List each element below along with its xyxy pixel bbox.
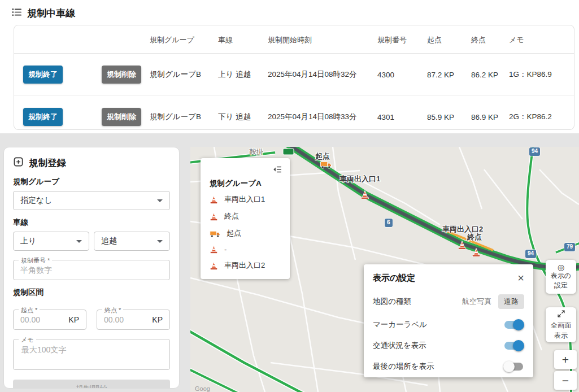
display-settings-icon: ◎ [558,263,564,271]
lane-type-select[interactable]: 追越 [94,232,170,251]
display-settings-button-label: 表示の [551,272,571,281]
table-header-row: 規制グループ 車線 規制開始時刻 規制番号 起点 終点 メモ [14,25,574,54]
list-icon [11,7,22,20]
traffic-toggle[interactable] [504,342,523,350]
truck-marker-icon[interactable] [320,160,332,171]
open-display-settings-button[interactable]: ◎ 表示の 設定 [546,260,576,294]
chevron-down-icon [157,240,163,243]
legend-item[interactable]: 起点 [210,228,281,238]
memo-input[interactable] [20,344,163,367]
settings-title: 表示の設定 [373,273,415,284]
add-box-icon [13,156,24,169]
delete-regulation-button[interactable]: 規制削除 [102,108,141,126]
table-row: 規制終了 規制削除 規制グループB 上り 追越 2025年04月14日08時32… [14,54,574,96]
from-kp-unit: KP [68,315,79,324]
header-lane: 車線 [214,25,263,53]
group-legend-panel: 規制グループA 車両出入口1 終点 起点 - [201,158,290,279]
cone-icon [210,262,218,270]
chevron-down-icon [157,199,163,202]
from-kp-label: 起点 * [19,306,40,315]
last-location-toggle[interactable] [504,363,523,371]
regulations-table: 規制グループ 車線 規制開始時刻 規制番号 起点 終点 メモ 規制終了 規制削除… [14,25,574,130]
page-title-row: 規制中車線 [0,0,579,20]
cone-icon [210,245,218,254]
cone-marker-icon[interactable] [472,248,481,259]
map-type-option-road[interactable]: 道路 [498,294,524,309]
regulation-number-field-wrap: 規制番号 * [13,260,170,280]
legend-title: 規制グループA [201,175,290,190]
end-regulation-button[interactable]: 規制終了 [23,66,63,84]
cell-from: 85.9 KP [423,101,467,130]
lane-type-value: 追越 [101,236,117,246]
header-from: 起点 [423,25,467,53]
cell-number: 4301 [373,101,423,130]
cell-group: 規制グループB [145,58,214,92]
cell-group: 規制グループB [145,100,214,130]
zoom-out-button[interactable]: − [554,371,577,390]
lane-field-label: 車線 [13,217,170,228]
bottom-section: 規制登録 規制グループ 指定なし 車線 上り 追越 規制番号 * 規制区間 起点 [0,133,579,392]
regulation-number-label: 規制番号 * [19,256,52,265]
legend-item[interactable]: 終点 [210,211,281,221]
header-empty-2 [88,31,145,48]
header-start-time: 規制開始時刻 [263,25,373,53]
legend-item-label: - [224,245,227,254]
end-point-label: 終点 [467,232,482,242]
marker-label-toggle[interactable] [504,321,523,329]
legend-item-label: 終点 [224,211,239,221]
header-group: 規制グループ [145,25,214,53]
collapse-panel-button[interactable] [201,163,290,175]
fullscreen-button[interactable]: 全画面 表示 [546,307,576,342]
from-kp-field-wrap: 起点 * KP [13,310,86,330]
cone-icon [210,212,218,221]
active-regulations-section: 規制中車線 規制グループ 車線 規制開始時刻 規制番号 起点 終点 メモ 規制終… [0,0,579,133]
to-kp-input[interactable] [104,315,149,324]
to-kp-field-wrap: 終点 * KP [97,310,170,330]
legend-item-label: 車両出入口1 [224,194,265,204]
header-to: 終点 [467,25,504,53]
to-kp-label: 終点 * [102,306,123,315]
town-label: 鞍掛 [249,147,263,157]
delete-regulation-button[interactable]: 規制削除 [102,66,141,84]
last-location-toggle-label: 最後の場所を表示 [373,361,434,372]
cone-icon [210,195,218,204]
cell-lane: 上り 追越 [214,58,263,92]
group-select[interactable]: 指定なし [13,191,170,210]
legend-item-label: 起点 [227,228,241,238]
memo-label: メモ [19,336,36,344]
map-type-option-aerial[interactable]: 航空写真 [459,294,495,309]
cell-memo: 1G：KP86.9 [504,58,574,92]
zoom-in-button[interactable]: + [554,350,577,369]
regulation-number-input[interactable] [20,265,163,275]
cell-to: 86.9 KP [467,101,504,130]
cell-lane: 下り 追越 [214,100,263,130]
end-regulation-button[interactable]: 規制終了 [23,108,63,126]
route-shield: 94 [529,147,540,156]
lane-direction-select[interactable]: 上り [13,232,89,251]
start-regulation-button[interactable]: 規制開始 [13,380,170,389]
map-canvas[interactable]: 94 6 79 94 鞍掛 起点 車両出入口1 車両出入口2 終点 規制グループ… [190,147,579,392]
to-kp-unit: KP [152,315,163,324]
legend-item-label: 車両出入口2 [224,260,265,271]
entrance1-label: 車両出入口1 [339,174,380,184]
cell-from: 87.2 KP [423,59,467,91]
route-shield: 6 [385,219,393,227]
legend-item[interactable]: 車両出入口1 [210,194,281,204]
display-settings-button-label: 設定 [554,281,568,290]
route-shield: 94 [525,250,536,258]
close-icon[interactable]: × [517,272,524,284]
legend-item[interactable]: 車両出入口2 [210,260,281,271]
page-title: 規制中車線 [27,7,75,20]
cell-memo: 2G：KP86.2 [504,100,574,130]
fullscreen-icon [557,310,565,321]
header-empty-1 [14,31,88,48]
cell-number: 4300 [373,59,423,91]
cone-marker-icon[interactable] [360,190,369,202]
legend-item[interactable]: - [210,245,281,254]
truck-icon [210,229,220,238]
route-shield: 79 [564,243,575,251]
cone-marker-icon[interactable] [458,241,467,252]
map-attribution: Goog [195,385,210,392]
header-number: 規制番号 [373,25,423,53]
from-kp-input[interactable] [20,315,65,324]
